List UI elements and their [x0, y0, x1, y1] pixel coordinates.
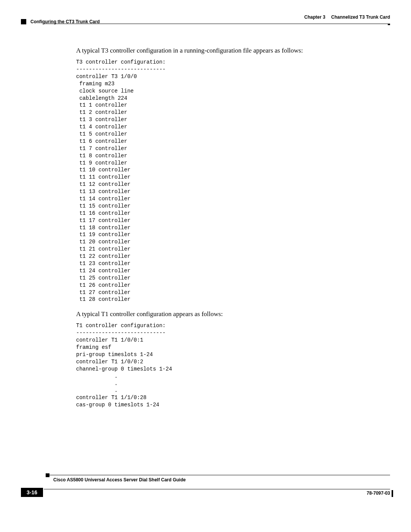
intro-paragraph-t1: A typical T1 controller configuration ap…	[76, 310, 373, 318]
code-block-t3-config: T3 controller configuration: -----------…	[76, 59, 373, 303]
footer-marker-icon	[46, 473, 49, 477]
intro-paragraph-t3: A typical T3 controller configuration in…	[76, 46, 373, 55]
section-title: Configuring the CT3 Trunk Card	[30, 19, 100, 24]
page-body: A typical T3 controller configuration in…	[76, 46, 373, 415]
header-rule-tick	[388, 24, 390, 25]
code-block-t1-config: T1 controller configuration: -----------…	[76, 322, 373, 409]
header-marker-icon	[21, 19, 26, 24]
chapter-label: Chapter 3	[304, 14, 325, 20]
footer-rule-top	[46, 475, 390, 475]
page-number: 3-16	[21, 488, 43, 497]
header-right: Chapter 3 Channelized T3 Trunk Card	[304, 14, 390, 20]
footer-rule-bottom	[44, 489, 390, 489]
page: Chapter 3 Channelized T3 Trunk Card Conf…	[0, 0, 411, 532]
footer-right-tick	[392, 490, 393, 497]
chapter-title: Channelized T3 Trunk Card	[331, 14, 390, 20]
guide-title: Cisco AS5800 Universal Access Server Dia…	[53, 477, 186, 482]
doc-number: 78-7097-03	[367, 490, 390, 496]
